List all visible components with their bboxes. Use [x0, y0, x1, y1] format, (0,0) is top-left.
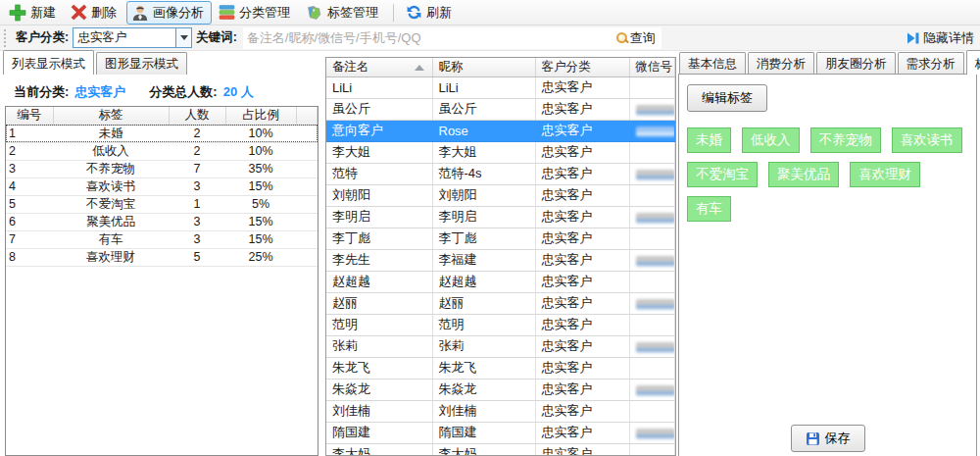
- main-area: 列表显示模式图形显示模式 当前分类: 忠实客户 分类总人数: 20 人 编号标签…: [0, 51, 980, 456]
- tab-列表显示模式[interactable]: 列表显示模式: [3, 50, 94, 75]
- customer-row[interactable]: 范明范明忠实客户: [326, 314, 675, 335]
- tag-chip[interactable]: 有车: [687, 196, 731, 222]
- toolbar-button-4[interactable]: 分类管理: [214, 1, 298, 25]
- toolbar-button-6[interactable]: 刷新: [401, 1, 460, 25]
- customer-row[interactable]: 李大妈李大妈忠实客户: [326, 443, 675, 456]
- cell: 范特-4s: [432, 163, 535, 184]
- customer-row[interactable]: 刘佳楠刘佳楠忠实客户: [326, 400, 675, 422]
- customer-row[interactable]: 范特范特-4s忠实客户: [326, 163, 675, 184]
- tab-基本信息[interactable]: 基本信息: [679, 52, 746, 75]
- customer-row[interactable]: LiLiLiLi忠实客户: [326, 76, 675, 98]
- table-row[interactable]: 4喜欢读书315%: [6, 177, 318, 195]
- cell: 5: [169, 248, 225, 266]
- category-stats: 当前分类: 忠实客户 分类总人数: 20 人: [0, 75, 323, 109]
- tag-chip[interactable]: 未婚: [687, 127, 731, 153]
- hide-details-button[interactable]: 隐藏详情: [906, 29, 974, 47]
- table-row[interactable]: 8喜欢理财525%: [6, 248, 318, 266]
- column-header[interactable]: 占比例: [225, 107, 296, 125]
- wechat-id-cell: [629, 120, 675, 141]
- toolbar-button-5[interactable]: 标签管理: [300, 1, 386, 25]
- tag-chip[interactable]: 不爱淘宝: [687, 162, 758, 187]
- customer-row[interactable]: 刘朝阳刘朝阳忠实客户: [326, 184, 675, 206]
- hide-details-label: 隐藏详情: [923, 29, 974, 47]
- tab-消费分析[interactable]: 消费分析: [748, 52, 814, 75]
- cell: 李丁彪: [326, 228, 432, 249]
- cell: 忠实客户: [535, 76, 629, 98]
- edit-tags-button[interactable]: 编辑标签: [687, 84, 767, 112]
- toolbar-button-1[interactable]: 新建: [4, 1, 64, 25]
- cell: 喜欢理财: [53, 248, 169, 266]
- customer-row[interactable]: 李丁彪李丁彪忠实客户: [326, 228, 675, 249]
- column-header[interactable]: 客户分类: [535, 58, 629, 76]
- cell: 李大妈: [326, 443, 432, 456]
- tag-chip[interactable]: 低收入: [742, 127, 800, 153]
- cell: 李明启: [432, 206, 535, 228]
- customer-row[interactable]: 赵超越赵超越忠实客户: [326, 271, 675, 292]
- cell: 赵超越: [432, 271, 535, 292]
- column-header[interactable]: 人数: [169, 107, 225, 125]
- table-row[interactable]: 3不养宠物735%: [6, 160, 318, 177]
- table-row[interactable]: 2低收入210%: [6, 142, 318, 160]
- cell: 忠实客户: [535, 335, 629, 357]
- tag-chip[interactable]: 喜欢理财: [850, 162, 920, 187]
- customer-row[interactable]: 赵丽赵丽忠实客户: [326, 292, 675, 314]
- chevron-down-icon[interactable]: [175, 28, 191, 47]
- toolbar-grip: [4, 29, 7, 47]
- cell: 忠实客户: [535, 206, 629, 228]
- cell: 忠实客户: [535, 379, 629, 400]
- cell: Rose: [432, 120, 535, 141]
- search-button[interactable]: 查询: [611, 27, 662, 49]
- toolbar-button-2[interactable]: 删除: [66, 1, 124, 25]
- toolbar-button-3[interactable]: 画像分析: [126, 1, 212, 25]
- current-category-label: 当前分类:: [14, 83, 69, 101]
- wechat-id-cell: [629, 314, 675, 335]
- cell: 虽公斤: [432, 98, 535, 120]
- column-header[interactable]: 微信号: [629, 58, 675, 76]
- customer-row[interactable]: 意向客户Rose忠实客户: [326, 120, 675, 141]
- table-row[interactable]: 1未婚210%: [6, 125, 318, 142]
- customer-row[interactable]: 朱焱龙朱焱龙忠实客户: [326, 379, 675, 400]
- tag-chip[interactable]: 聚美优品: [768, 162, 839, 187]
- cell: 喜欢读书: [53, 177, 169, 195]
- toolbar-button-label: 删除: [91, 4, 117, 22]
- tag-chip[interactable]: 不养宠物: [810, 127, 881, 153]
- blurred-wechat-id: [636, 256, 675, 267]
- tab-图形显示模式[interactable]: 图形显示模式: [96, 52, 187, 75]
- column-header[interactable]: 标签: [53, 107, 169, 125]
- column-header[interactable]: 昵称: [432, 58, 535, 76]
- cell: 朱龙飞: [326, 357, 432, 379]
- cell: 忠实客户: [535, 422, 629, 443]
- customer-row[interactable]: 隋国建隋国建忠实客户: [326, 422, 675, 443]
- blurred-wechat-id: [636, 299, 675, 310]
- category-select[interactable]: 忠实客户: [73, 27, 192, 48]
- total-count-value: 20 人: [223, 83, 254, 101]
- cell: 忠实客户: [535, 163, 629, 184]
- tab-标签[interactable]: 标签: [966, 50, 980, 75]
- collapse-right-icon: [906, 31, 920, 45]
- table-row[interactable]: 7有车315%: [6, 230, 318, 248]
- customer-row[interactable]: 朱龙飞朱龙飞忠实客户: [326, 357, 675, 379]
- detail-panel: 基本信息消费分析朋友圈分析需求分析标签 编辑标签 未婚低收入不养宠物喜欢读书不爱…: [676, 51, 980, 456]
- tab-朋友圈分析[interactable]: 朋友圈分析: [816, 52, 896, 75]
- tag-chip[interactable]: 喜欢读书: [892, 127, 962, 153]
- column-header[interactable]: 编号: [6, 107, 53, 125]
- keyword-input[interactable]: [243, 28, 611, 48]
- cell: [296, 177, 318, 195]
- save-button[interactable]: 保存: [791, 425, 865, 452]
- toolbar-button-label: 画像分析: [153, 4, 204, 22]
- table-row[interactable]: 6聚美优品315%: [6, 213, 318, 230]
- column-header[interactable]: 备注名: [326, 58, 432, 76]
- customer-row[interactable]: 张莉张莉忠实客户: [326, 335, 675, 357]
- table-row[interactable]: 5不爱淘宝15%: [6, 195, 318, 213]
- cell: 低收入: [53, 142, 169, 160]
- tab-需求分析[interactable]: 需求分析: [898, 52, 964, 75]
- cell: 忠实客户: [535, 271, 629, 292]
- customer-row[interactable]: 李大姐李大姐忠实客户: [326, 141, 675, 163]
- customer-row[interactable]: 李先生李福建忠实客户: [326, 249, 675, 271]
- cell: 6: [6, 213, 53, 230]
- column-header[interactable]: [296, 107, 318, 125]
- customer-row[interactable]: 李明启李明启忠实客户: [326, 206, 675, 228]
- blurred-wechat-id: [636, 105, 675, 116]
- main-toolbar: 新建删除画像分析分类管理标签管理刷新: [0, 0, 980, 25]
- customer-row[interactable]: 虽公斤虽公斤忠实客户: [326, 98, 675, 120]
